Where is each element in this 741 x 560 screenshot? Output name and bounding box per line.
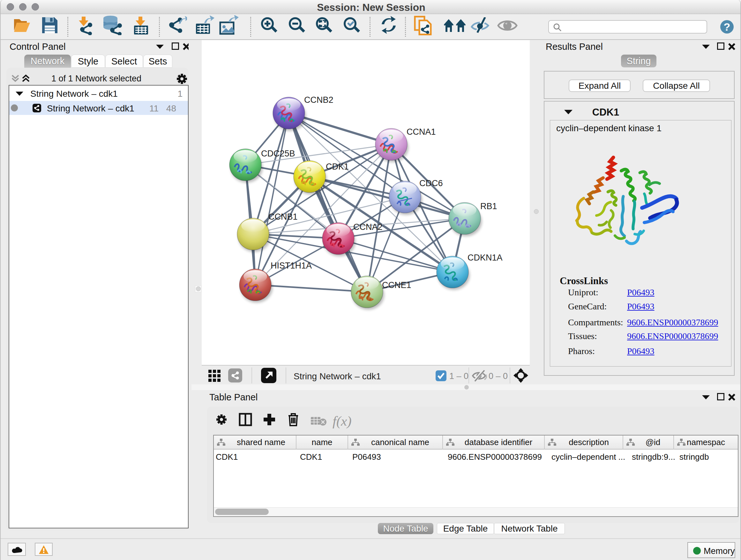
- svg-text:CCNB1: CCNB1: [268, 212, 298, 222]
- svg-text:CCNB2: CCNB2: [304, 95, 333, 105]
- svg-text:CCNA2: CCNA2: [353, 222, 383, 232]
- svg-text:CDC25B: CDC25B: [261, 149, 295, 159]
- svg-text:RB1: RB1: [480, 201, 497, 211]
- svg-text:CDK1: CDK1: [326, 162, 349, 172]
- svg-text:CDC6: CDC6: [419, 179, 443, 188]
- svg-text:CCNA1: CCNA1: [407, 127, 436, 137]
- svg-text:CDKN1A: CDKN1A: [468, 253, 502, 262]
- svg-text:HIST1H1A: HIST1H1A: [271, 261, 312, 270]
- svg-text:CCNE1: CCNE1: [382, 280, 411, 290]
